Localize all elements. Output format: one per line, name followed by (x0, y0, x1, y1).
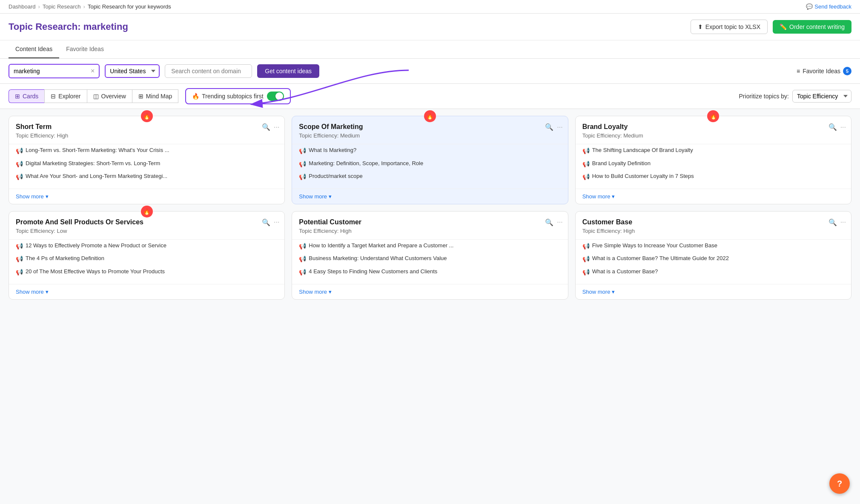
card-short-term: 🔥 Short Term Topic Efficiency: High 🔍 ··… (9, 116, 285, 204)
breadcrumb-sep-1: › (38, 3, 40, 10)
content-item-text[interactable]: The 4 Ps of Marketing Definition (26, 255, 104, 262)
content-item-text[interactable]: Brand Loyalty Definition (592, 160, 651, 167)
content-item: 📢 What is a Customer Base? (582, 266, 844, 279)
search-card-button[interactable]: 🔍 (828, 218, 837, 226)
more-options-button[interactable]: ··· (840, 123, 846, 131)
show-more-button[interactable]: Show more ▾ (576, 284, 851, 299)
more-options-button[interactable]: ··· (274, 218, 279, 226)
show-more-button[interactable]: Show more ▾ (576, 189, 851, 204)
tab-favorite-ideas[interactable]: Favorite Ideas (59, 40, 111, 58)
content-item-text[interactable]: 12 Ways to Effectively Promote a New Pro… (26, 242, 166, 249)
card-efficiency: Topic Efficiency: High (582, 228, 844, 234)
search-controls: × United States Get content ideas ≡ Favo… (0, 59, 860, 84)
card-efficiency: Topic Efficiency: Low (16, 228, 278, 234)
content-item-text[interactable]: What is a Customer Base? (592, 268, 658, 275)
search-card-button[interactable]: 🔍 (828, 123, 837, 131)
content-item: 📢 Product/market scope (299, 170, 561, 183)
card-content: 📢 The Shifting Landscape Of Brand Loyalt… (576, 144, 851, 189)
keyword-input[interactable] (14, 68, 88, 74)
megaphone-icon: 📢 (299, 173, 306, 181)
content-item-text[interactable]: The Shifting Landscape Of Brand Loyalty (592, 146, 693, 154)
explorer-view-button[interactable]: ⊟ Explorer (44, 89, 86, 103)
content-item: 📢 Digital Marketing Strategies: Short-Te… (16, 158, 278, 171)
more-options-button[interactable]: ··· (840, 218, 846, 226)
content-item-text[interactable]: Five Simple Ways to Increase Your Custom… (592, 242, 717, 249)
content-item-text[interactable]: 20 of The Most Effective Ways to Promote… (26, 268, 165, 275)
show-more-label: Show more (299, 289, 327, 295)
favorite-count-badge: 5 (843, 67, 851, 75)
breadcrumb-dashboard[interactable]: Dashboard (9, 3, 36, 10)
content-item-text[interactable]: Long-Term vs. Short-Term Marketing: What… (26, 146, 169, 154)
search-card-button[interactable]: 🔍 (262, 123, 270, 131)
megaphone-icon: 📢 (582, 147, 590, 155)
megaphone-icon: 📢 (299, 147, 306, 155)
show-more-button[interactable]: Show more ▾ (9, 284, 284, 299)
card-scope-of-marketing: 🔥 Scope Of Marketing Topic Efficiency: M… (292, 116, 568, 204)
chevron-down-icon: ▾ (46, 193, 49, 200)
content-item-text[interactable]: 4 Easy Steps to Finding New Customers an… (309, 268, 437, 275)
content-item-text[interactable]: What is a Customer Base? The Ultimate Gu… (592, 255, 729, 262)
card-efficiency: Topic Efficiency: Medium (582, 132, 844, 139)
search-card-button[interactable]: 🔍 (545, 218, 553, 226)
content-item-text[interactable]: How to Build Customer Loyalty in 7 Steps (592, 172, 694, 180)
card-efficiency: Topic Efficiency: High (299, 228, 561, 234)
show-more-label: Show more (16, 289, 44, 295)
more-options-button[interactable]: ··· (274, 123, 279, 131)
chevron-down-icon: ▾ (329, 193, 332, 200)
get-content-ideas-button[interactable]: Get content ideas (257, 64, 319, 78)
content-item-text[interactable]: Business Marketing: Understand What Cust… (309, 255, 447, 262)
list-icon: ≡ (797, 68, 800, 74)
keyword-clear-icon[interactable]: × (91, 67, 95, 75)
country-select[interactable]: United States (105, 64, 160, 78)
trending-toggle[interactable] (267, 92, 284, 101)
content-item: 📢 What Is Marketing? (299, 144, 561, 158)
priority-select[interactable]: Topic Efficiency (792, 90, 851, 103)
tabs: Content Ideas Favorite Ideas (9, 40, 851, 58)
mindmap-view-button[interactable]: ⊞ Mind Map (132, 89, 178, 103)
content-item-text[interactable]: What Are Your Short- and Long-Term Marke… (26, 172, 167, 180)
show-more-label: Show more (16, 193, 44, 200)
content-item: 📢 What is a Customer Base? The Ultimate … (582, 252, 844, 266)
content-item-text[interactable]: Digital Marketing Strategies: Short-Term… (26, 160, 160, 167)
breadcrumb-topic-research[interactable]: Topic Research (43, 3, 81, 10)
breadcrumb-sep-2: › (83, 3, 85, 10)
card-title: Brand Loyalty (582, 123, 844, 131)
content-item-text[interactable]: What Is Marketing? (309, 146, 356, 154)
content-item: 📢 How to Build Customer Loyalty in 7 Ste… (582, 170, 844, 183)
show-more-button[interactable]: Show more ▾ (292, 284, 568, 299)
content-item: 📢 Marketing: Definition, Scope, Importan… (299, 158, 561, 171)
card-customer-base: Customer Base Topic Efficiency: High 🔍 ·… (575, 211, 851, 300)
card-content: 📢 How to Identify a Target Market and Pr… (292, 240, 568, 284)
card-actions: 🔍 ··· (262, 123, 279, 131)
card-content: 📢 What Is Marketing? 📢 Marketing: Defini… (292, 144, 568, 189)
trending-box: 🔥 Trending subtopics first (185, 88, 290, 104)
more-options-button[interactable]: ··· (557, 218, 562, 226)
export-button[interactable]: ⬆ Export topic to XLSX (691, 20, 768, 34)
card-actions: 🔍 ··· (545, 123, 562, 131)
fire-badge-brand-loyalty: 🔥 (707, 110, 719, 122)
send-feedback-link[interactable]: 💬 Send feedback (806, 3, 851, 10)
cards-view-button[interactable]: ⊞ Cards (9, 89, 44, 103)
show-more-button[interactable]: Show more ▾ (9, 189, 284, 204)
content-item-text[interactable]: Product/market scope (309, 172, 362, 180)
page-header: Topic Research: marketing ⬆ Export topic… (0, 14, 860, 40)
megaphone-icon: 📢 (16, 242, 23, 251)
content-item: 📢 12 Ways to Effectively Promote a New P… (16, 240, 278, 253)
search-card-button[interactable]: 🔍 (262, 218, 270, 226)
top-bar: Dashboard › Topic Research › Topic Resea… (0, 0, 860, 14)
favorite-ideas-button[interactable]: ≡ Favorite Ideas 5 (797, 67, 851, 75)
more-options-button[interactable]: ··· (557, 123, 562, 131)
overview-view-button[interactable]: ◫ Overview (87, 89, 132, 103)
content-item: 📢 The 4 Ps of Marketing Definition (16, 252, 278, 266)
content-item-text[interactable]: How to Identify a Target Market and Prep… (309, 242, 453, 249)
domain-search-input[interactable] (165, 64, 252, 78)
fire-badge-scope-of-marketing: 🔥 (424, 110, 436, 122)
show-more-button[interactable]: Show more ▾ (292, 189, 568, 204)
content-item-text[interactable]: Marketing: Definition, Scope, Importance… (309, 160, 423, 167)
trending-label: 🔥 Trending subtopics first (192, 93, 263, 100)
tab-content-ideas[interactable]: Content Ideas (9, 40, 59, 58)
search-card-button[interactable]: 🔍 (545, 123, 553, 131)
card-title: Potential Customer (299, 218, 561, 226)
megaphone-icon: 📢 (582, 255, 590, 263)
order-content-button[interactable]: ✏️ Order content writing (773, 20, 851, 34)
